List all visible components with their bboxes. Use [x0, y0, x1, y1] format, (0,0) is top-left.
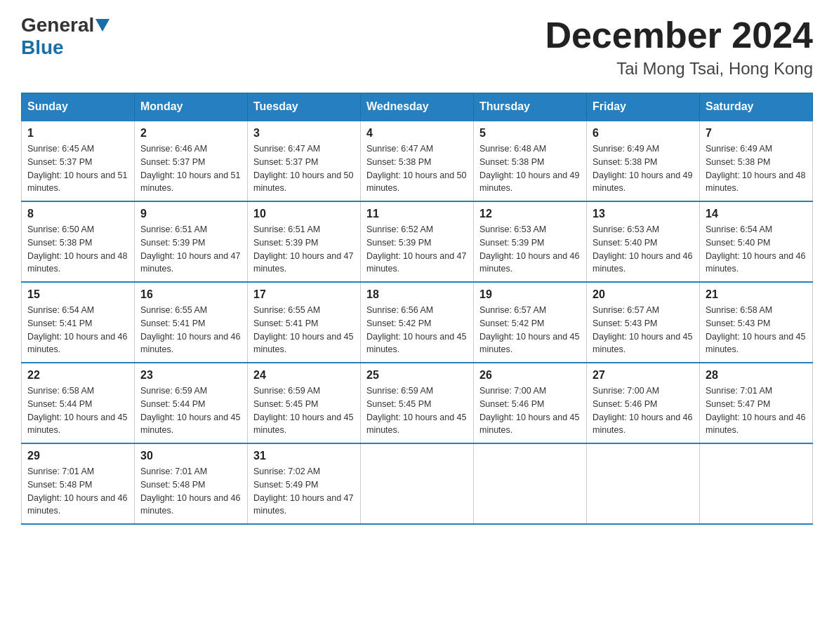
- day-info: Sunrise: 6:46 AM Sunset: 5:37 PM Dayligh…: [140, 142, 241, 195]
- day-number: 16: [140, 288, 241, 301]
- day-number: 26: [479, 369, 581, 382]
- day-number: 10: [253, 208, 355, 220]
- calendar-day-header: Sunday: [22, 93, 135, 121]
- location-title: Tai Mong Tsai, Hong Kong: [545, 59, 813, 79]
- calendar-day-header: Friday: [587, 93, 700, 121]
- day-number: 15: [27, 288, 128, 301]
- day-number: 29: [27, 450, 128, 462]
- day-info: Sunrise: 7:00 AM Sunset: 5:46 PM Dayligh…: [593, 384, 694, 437]
- day-info: Sunrise: 6:47 AM Sunset: 5:37 PM Dayligh…: [253, 142, 355, 195]
- day-info: Sunrise: 7:01 AM Sunset: 5:48 PM Dayligh…: [27, 465, 128, 518]
- day-info: Sunrise: 6:47 AM Sunset: 5:38 PM Dayligh…: [366, 142, 468, 195]
- calendar-day-header: Saturday: [700, 93, 813, 121]
- calendar-day-header: Wednesday: [361, 93, 474, 121]
- calendar-cell: 25 Sunrise: 6:59 AM Sunset: 5:45 PM Dayl…: [361, 363, 474, 443]
- calendar-cell: 17 Sunrise: 6:55 AM Sunset: 5:41 PM Dayl…: [248, 282, 361, 363]
- day-number: 4: [366, 127, 468, 140]
- logo-blue-text: Blue: [21, 36, 64, 59]
- day-info: Sunrise: 6:49 AM Sunset: 5:38 PM Dayligh…: [593, 142, 694, 195]
- day-number: 27: [593, 369, 694, 382]
- day-number: 11: [366, 208, 468, 220]
- calendar-cell: 28 Sunrise: 7:01 AM Sunset: 5:47 PM Dayl…: [700, 363, 813, 443]
- calendar-cell: [361, 443, 474, 524]
- day-number: 28: [706, 369, 807, 382]
- day-info: Sunrise: 6:59 AM Sunset: 5:44 PM Dayligh…: [140, 384, 241, 437]
- day-number: 24: [253, 369, 355, 382]
- day-info: Sunrise: 6:51 AM Sunset: 5:39 PM Dayligh…: [253, 223, 355, 276]
- calendar-cell: 5 Sunrise: 6:48 AM Sunset: 5:38 PM Dayli…: [474, 121, 587, 201]
- day-info: Sunrise: 6:59 AM Sunset: 5:45 PM Dayligh…: [366, 384, 468, 437]
- day-info: Sunrise: 6:55 AM Sunset: 5:41 PM Dayligh…: [253, 304, 355, 356]
- day-info: Sunrise: 6:51 AM Sunset: 5:39 PM Dayligh…: [140, 223, 241, 276]
- day-number: 5: [479, 127, 581, 140]
- day-number: 21: [706, 288, 807, 301]
- title-section: December 2024 Tai Mong Tsai, Hong Kong: [545, 14, 813, 79]
- calendar-cell: 4 Sunrise: 6:47 AM Sunset: 5:38 PM Dayli…: [361, 121, 474, 201]
- day-info: Sunrise: 6:54 AM Sunset: 5:41 PM Dayligh…: [27, 304, 128, 356]
- calendar-cell: [474, 443, 587, 524]
- day-number: 30: [140, 450, 241, 462]
- calendar-cell: 27 Sunrise: 7:00 AM Sunset: 5:46 PM Dayl…: [587, 363, 700, 443]
- calendar-cell: 12 Sunrise: 6:53 AM Sunset: 5:39 PM Dayl…: [474, 201, 587, 282]
- day-info: Sunrise: 6:48 AM Sunset: 5:38 PM Dayligh…: [479, 142, 581, 195]
- day-info: Sunrise: 6:52 AM Sunset: 5:39 PM Dayligh…: [366, 223, 468, 276]
- day-info: Sunrise: 6:53 AM Sunset: 5:40 PM Dayligh…: [593, 223, 694, 276]
- day-info: Sunrise: 6:50 AM Sunset: 5:38 PM Dayligh…: [27, 223, 128, 276]
- calendar-day-header: Thursday: [474, 93, 587, 121]
- calendar-cell: 15 Sunrise: 6:54 AM Sunset: 5:41 PM Dayl…: [22, 282, 135, 363]
- day-number: 12: [479, 208, 581, 220]
- calendar-cell: 2 Sunrise: 6:46 AM Sunset: 5:37 PM Dayli…: [135, 121, 248, 201]
- calendar-cell: 26 Sunrise: 7:00 AM Sunset: 5:46 PM Dayl…: [474, 363, 587, 443]
- calendar-cell: 22 Sunrise: 6:58 AM Sunset: 5:44 PM Dayl…: [22, 363, 135, 443]
- day-number: 6: [593, 127, 694, 140]
- calendar-cell: 8 Sunrise: 6:50 AM Sunset: 5:38 PM Dayli…: [22, 201, 135, 282]
- calendar-cell: 7 Sunrise: 6:49 AM Sunset: 5:38 PM Dayli…: [700, 121, 813, 201]
- calendar-cell: 21 Sunrise: 6:58 AM Sunset: 5:43 PM Dayl…: [700, 282, 813, 363]
- day-info: Sunrise: 6:58 AM Sunset: 5:43 PM Dayligh…: [706, 304, 807, 356]
- calendar-cell: [700, 443, 813, 524]
- day-number: 7: [706, 127, 807, 140]
- day-info: Sunrise: 6:57 AM Sunset: 5:42 PM Dayligh…: [479, 304, 581, 356]
- calendar-cell: 11 Sunrise: 6:52 AM Sunset: 5:39 PM Dayl…: [361, 201, 474, 282]
- day-info: Sunrise: 7:01 AM Sunset: 5:48 PM Dayligh…: [140, 465, 241, 518]
- calendar-cell: 20 Sunrise: 6:57 AM Sunset: 5:43 PM Dayl…: [587, 282, 700, 363]
- day-info: Sunrise: 7:00 AM Sunset: 5:46 PM Dayligh…: [479, 384, 581, 437]
- month-title: December 2024: [545, 14, 813, 56]
- day-number: 18: [366, 288, 468, 301]
- calendar-week-row: 29 Sunrise: 7:01 AM Sunset: 5:48 PM Dayl…: [22, 443, 813, 524]
- day-number: 23: [140, 369, 241, 382]
- calendar-cell: 23 Sunrise: 6:59 AM Sunset: 5:44 PM Dayl…: [135, 363, 248, 443]
- calendar-cell: 6 Sunrise: 6:49 AM Sunset: 5:38 PM Dayli…: [587, 121, 700, 201]
- calendar-day-header: Monday: [135, 93, 248, 121]
- day-info: Sunrise: 6:57 AM Sunset: 5:43 PM Dayligh…: [593, 304, 694, 356]
- day-number: 19: [479, 288, 581, 301]
- calendar-day-header: Tuesday: [248, 93, 361, 121]
- calendar-week-row: 22 Sunrise: 6:58 AM Sunset: 5:44 PM Dayl…: [22, 363, 813, 443]
- calendar-cell: 13 Sunrise: 6:53 AM Sunset: 5:40 PM Dayl…: [587, 201, 700, 282]
- day-number: 14: [706, 208, 807, 220]
- calendar-week-row: 15 Sunrise: 6:54 AM Sunset: 5:41 PM Dayl…: [22, 282, 813, 363]
- calendar-cell: 29 Sunrise: 7:01 AM Sunset: 5:48 PM Dayl…: [22, 443, 135, 524]
- day-number: 20: [593, 288, 694, 301]
- calendar-cell: 10 Sunrise: 6:51 AM Sunset: 5:39 PM Dayl…: [248, 201, 361, 282]
- calendar-cell: 16 Sunrise: 6:55 AM Sunset: 5:41 PM Dayl…: [135, 282, 248, 363]
- calendar-cell: [587, 443, 700, 524]
- day-number: 31: [253, 450, 355, 462]
- day-number: 25: [366, 369, 468, 382]
- day-info: Sunrise: 6:45 AM Sunset: 5:37 PM Dayligh…: [27, 142, 128, 195]
- day-number: 1: [27, 127, 128, 140]
- logo-arrow-icon: [95, 19, 110, 32]
- calendar-cell: 24 Sunrise: 6:59 AM Sunset: 5:45 PM Dayl…: [248, 363, 361, 443]
- day-info: Sunrise: 7:01 AM Sunset: 5:47 PM Dayligh…: [706, 384, 807, 437]
- calendar-table: SundayMondayTuesdayWednesdayThursdayFrid…: [21, 93, 813, 525]
- logo: General Blue: [21, 14, 111, 59]
- calendar-cell: 31 Sunrise: 7:02 AM Sunset: 5:49 PM Dayl…: [248, 443, 361, 524]
- day-number: 9: [140, 208, 241, 220]
- day-number: 3: [253, 127, 355, 140]
- day-info: Sunrise: 6:56 AM Sunset: 5:42 PM Dayligh…: [366, 304, 468, 356]
- day-info: Sunrise: 6:55 AM Sunset: 5:41 PM Dayligh…: [140, 304, 241, 356]
- day-info: Sunrise: 7:02 AM Sunset: 5:49 PM Dayligh…: [253, 465, 355, 518]
- day-number: 8: [27, 208, 128, 220]
- day-info: Sunrise: 6:58 AM Sunset: 5:44 PM Dayligh…: [27, 384, 128, 437]
- day-info: Sunrise: 6:54 AM Sunset: 5:40 PM Dayligh…: [706, 223, 807, 276]
